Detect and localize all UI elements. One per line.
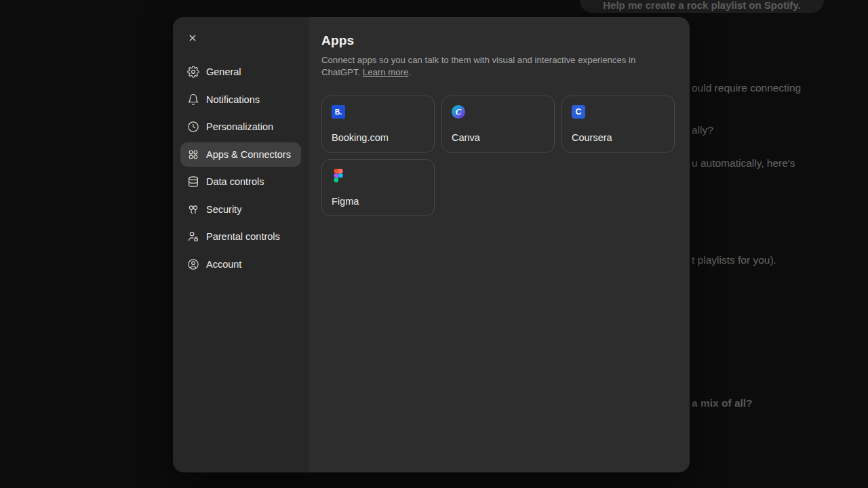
sidebar-item-security[interactable]: Security	[180, 197, 301, 222]
chat-text-fragment: a mix of all?	[692, 397, 753, 409]
apps-grid-icon	[187, 148, 199, 161]
database-icon	[187, 176, 199, 188]
sidebar-item-parental-controls[interactable]: Parental controls	[180, 224, 301, 249]
app-card-canva[interactable]: C Canva	[441, 96, 555, 152]
sidebar-item-label: General	[206, 66, 241, 77]
app-name: Coursera	[572, 132, 665, 143]
app-card-booking[interactable]: B. Booking.com	[321, 96, 435, 152]
person-lock-icon	[187, 230, 199, 243]
close-icon	[187, 33, 198, 43]
canva-icon: C	[452, 105, 465, 119]
apps-grid: B. Booking.com C Canva C Coursera	[321, 96, 677, 216]
sidebar-item-apps-connectors[interactable]: Apps & Connectors	[180, 142, 301, 167]
app-card-coursera[interactable]: C Coursera	[561, 96, 675, 152]
sidebar-item-notifications[interactable]: Notifications	[180, 87, 301, 112]
bell-icon	[187, 94, 199, 106]
sidebar-item-general[interactable]: General	[180, 60, 301, 84]
gear-icon	[187, 66, 199, 78]
chat-text-fragment: t playlists for you).	[692, 254, 776, 266]
sidebar-item-label: Data controls	[206, 176, 264, 187]
sidebar-item-personalization[interactable]: Personalization	[180, 115, 301, 139]
chat-text-fragment: u automatically, here's	[692, 157, 795, 169]
chat-text-fragment: ally?	[692, 124, 713, 136]
apps-panel: Apps Connect apps so you can talk to the…	[309, 17, 690, 472]
booking-icon: B.	[332, 105, 345, 119]
person-circle-icon	[187, 258, 199, 270]
user-message-bubble: Help me create a rock playlist on Spotif…	[580, 0, 824, 13]
chat-text-fragment: ould require connecting	[692, 82, 801, 94]
sidebar-item-data-controls[interactable]: Data controls	[180, 169, 301, 194]
sidebar-item-label: Parental controls	[206, 231, 280, 242]
figma-icon	[332, 169, 345, 182]
page-description: Connect apps so you can talk to them wit…	[321, 54, 647, 79]
coursera-icon: C	[572, 105, 585, 119]
learn-more-link[interactable]: Learn more	[363, 67, 408, 77]
keys-icon	[187, 203, 199, 216]
close-button[interactable]	[182, 27, 203, 49]
app-card-figma[interactable]: Figma	[321, 159, 435, 216]
settings-nav: General Notifications Personalization Ap…	[180, 60, 301, 277]
user-message-text: Help me create a rock playlist on Spotif…	[603, 0, 800, 11]
settings-dialog: General Notifications Personalization Ap…	[173, 17, 690, 472]
sidebar-item-label: Account	[206, 259, 241, 270]
app-name: Canva	[452, 132, 545, 143]
sidebar-item-account[interactable]: Account	[180, 252, 301, 277]
settings-sidebar: General Notifications Personalization Ap…	[173, 17, 309, 472]
clock-icon	[187, 121, 199, 133]
sidebar-item-label: Personalization	[206, 121, 273, 132]
page-title: Apps	[321, 33, 677, 48]
sidebar-item-label: Security	[206, 204, 241, 215]
app-name: Figma	[332, 196, 425, 207]
app-name: Booking.com	[332, 132, 425, 143]
sidebar-item-label: Notifications	[206, 94, 260, 105]
sidebar-item-label: Apps & Connectors	[206, 149, 291, 160]
